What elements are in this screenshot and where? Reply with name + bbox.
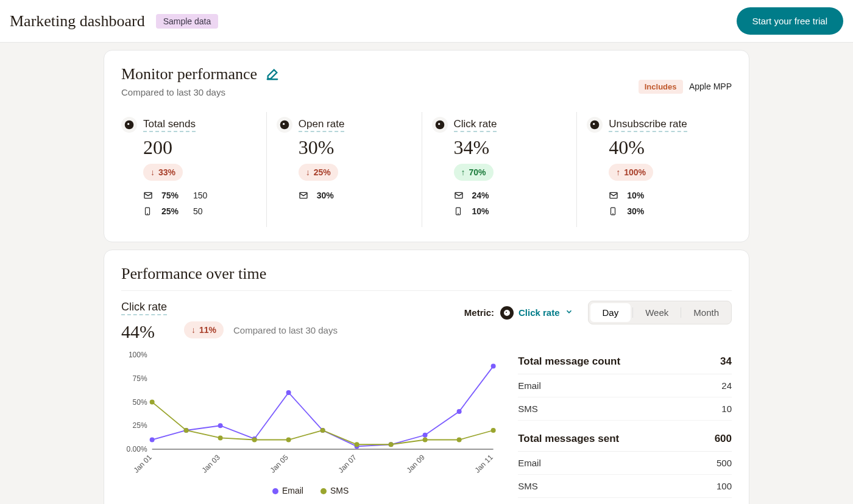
brand-icon (277, 117, 292, 133)
summary-row: Email24 (518, 374, 732, 397)
arrow-down-icon: ↓ (306, 167, 310, 177)
monitor-subtitle: Compared to last 30 days (121, 87, 279, 97)
arrow-down-icon: ↓ (191, 325, 196, 335)
metric-label: Total sends (143, 118, 196, 132)
svg-text:25%: 25% (133, 421, 147, 430)
svg-point-18 (504, 310, 510, 316)
svg-point-46 (252, 438, 257, 443)
svg-text:75%: 75% (133, 374, 147, 383)
svg-point-8 (435, 121, 444, 130)
metric-picker: Metric: Click rate (464, 306, 573, 320)
breakdown-pct: 24% (472, 191, 495, 200)
legend-email: Email (272, 486, 303, 495)
metric-delta: 70% (469, 167, 486, 177)
line-chart: 0.00%25%50%75%100%Jan 01Jan 03Jan 05Jan … (121, 352, 500, 480)
chevron-down-icon (565, 307, 573, 318)
monitor-title: Monitor performance (121, 65, 257, 83)
svg-point-47 (286, 438, 291, 443)
svg-text:Jan 09: Jan 09 (405, 453, 426, 475)
svg-point-41 (457, 409, 462, 414)
summary-row: SMS10 (518, 397, 732, 421)
breakdown-row-sms: 30% (609, 206, 722, 216)
svg-point-5 (280, 121, 289, 130)
edit-icon[interactable] (266, 68, 279, 81)
legend-sms: SMS (320, 486, 349, 495)
over-time-metric-value: 44% (121, 321, 155, 342)
segment-month[interactable]: Month (681, 301, 731, 324)
svg-text:Jan 07: Jan 07 (336, 453, 358, 475)
metrics-row: Total sends 200 ↓ 33% 75% 150 25% 50 Ope… (121, 112, 732, 227)
email-icon (299, 191, 308, 200)
svg-point-19 (506, 312, 507, 313)
chart-legend: Email SMS (121, 486, 500, 495)
arrow-down-icon: ↓ (150, 167, 155, 177)
svg-point-32 (150, 438, 155, 443)
email-icon (143, 191, 153, 200)
svg-point-44 (184, 428, 189, 433)
svg-point-6 (283, 123, 285, 125)
svg-text:0.00%: 0.00% (127, 445, 147, 453)
metric-value: 40% (609, 136, 722, 159)
breakdown-pct: 75% (161, 191, 185, 200)
svg-point-51 (423, 438, 428, 443)
segment-day[interactable]: Day (590, 303, 631, 322)
breakdown-count: 150 (193, 191, 207, 200)
metric-picker-label: Metric: (464, 307, 494, 318)
metric-value: 200 (143, 136, 257, 159)
svg-point-12 (458, 214, 458, 214)
monitor-performance-card: Monitor performance Compared to last 30 … (104, 50, 749, 242)
svg-point-36 (286, 390, 291, 395)
svg-point-53 (491, 428, 496, 433)
sms-icon (454, 206, 464, 216)
svg-point-1 (127, 123, 129, 125)
sample-data-badge: Sample data (156, 14, 219, 29)
svg-point-42 (491, 364, 496, 369)
svg-point-49 (355, 442, 359, 447)
summary-row: Email500 (518, 452, 732, 475)
brand-icon (121, 117, 137, 133)
breakdown-row-email: 30% (299, 191, 412, 200)
svg-text:Jan 05: Jan 05 (268, 453, 290, 475)
sms-icon (609, 206, 618, 216)
breakdown-pct: 30% (627, 206, 650, 216)
summary-row: SMS100 (518, 475, 732, 498)
svg-point-52 (457, 438, 462, 443)
brand-icon (432, 117, 448, 133)
svg-point-13 (590, 121, 600, 130)
svg-text:50%: 50% (133, 398, 147, 407)
svg-point-0 (125, 121, 134, 130)
svg-point-48 (320, 428, 325, 433)
email-icon (609, 191, 618, 200)
email-icon (454, 191, 464, 200)
time-range-segmented: DayWeekMonth (588, 301, 732, 324)
svg-point-14 (593, 123, 595, 125)
svg-point-43 (150, 400, 155, 405)
breakdown-row-sms: 10% (454, 206, 567, 216)
performance-over-time-card: Performance over time Click rate 44% ↓ 1… (104, 250, 749, 504)
svg-text:Jan 01: Jan 01 (132, 453, 154, 475)
compared-text: Compared to last 30 days (233, 325, 338, 335)
svg-text:Jan 11: Jan 11 (473, 453, 495, 475)
brand-icon (500, 306, 514, 320)
over-time-title: Performance over time (121, 265, 732, 283)
metric-delta: 33% (158, 167, 175, 177)
segment-week[interactable]: Week (633, 301, 681, 324)
metric-delta-badge: ↑ 100% (609, 164, 653, 181)
svg-point-34 (218, 423, 223, 428)
metric-label: Open rate (299, 118, 345, 132)
metric-value: 34% (454, 136, 567, 159)
over-time-delta: 11% (199, 325, 216, 335)
metric-picker-button[interactable]: Click rate (500, 306, 573, 320)
svg-point-9 (438, 123, 440, 125)
metric-delta-badge: ↑ 70% (454, 164, 494, 181)
arrow-up-icon: ↑ (616, 167, 620, 177)
summary-head: Total messages sent600 (518, 429, 732, 452)
sms-icon (143, 206, 153, 216)
breakdown-pct: 10% (627, 191, 650, 200)
metric-delta-badge: ↓ 33% (143, 164, 183, 181)
breakdown-row-email: 10% (609, 191, 722, 200)
start-trial-button[interactable]: Start your free trial (737, 7, 843, 35)
breakdown-pct: 10% (472, 206, 495, 216)
svg-text:100%: 100% (129, 352, 147, 359)
page-title: Marketing dashboard (10, 12, 145, 30)
